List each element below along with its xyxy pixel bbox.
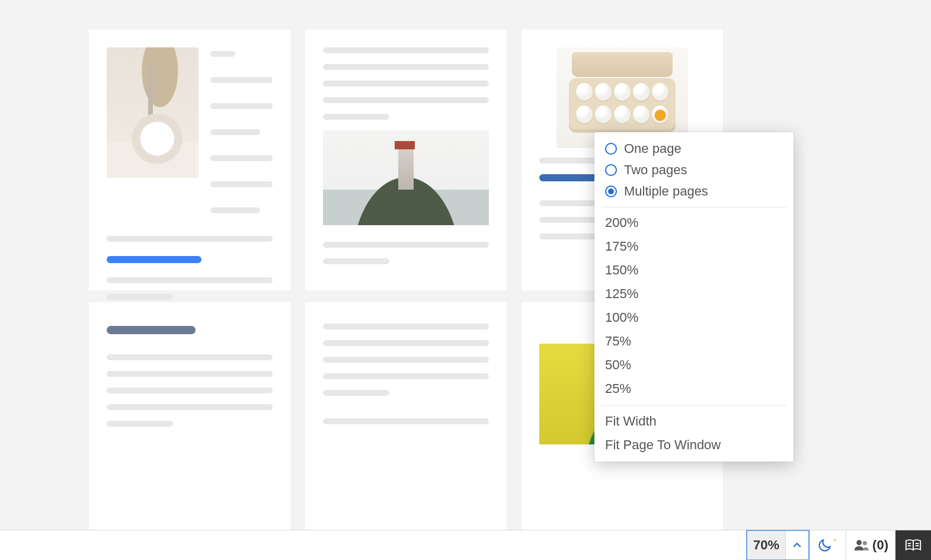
text-placeholder [210, 51, 235, 57]
radio-unselected-icon [605, 164, 617, 176]
menu-item-label: 75% [605, 334, 631, 349]
menu-item-label: Multiple pages [624, 184, 708, 199]
text-placeholder [323, 47, 489, 53]
menu-item-label: 125% [605, 286, 638, 302]
zoom-value[interactable]: 70% [747, 531, 785, 559]
text-placeholder [323, 357, 489, 363]
text-placeholder [323, 97, 489, 103]
text-placeholder [210, 129, 260, 135]
menu-item-label: 25% [605, 381, 631, 396]
zoom-menu-toggle[interactable] [785, 531, 808, 559]
page-thumbnail[interactable] [305, 30, 507, 290]
text-placeholder [107, 404, 273, 410]
svg-point-1 [863, 541, 867, 545]
menu-item-label: Fit Width [605, 414, 657, 429]
text-placeholder [323, 373, 489, 379]
book-open-icon [904, 538, 922, 552]
text-placeholder [107, 371, 273, 377]
chevron-up-icon [792, 540, 802, 551]
menu-item-label: 150% [605, 263, 638, 278]
status-bar: 70% (0) [0, 530, 931, 560]
page-image-lighthouse [323, 130, 489, 225]
menu-item-label: 200% [605, 215, 638, 231]
text-placeholder [323, 340, 489, 346]
text-placeholder [210, 181, 273, 187]
zoom-level-option[interactable]: 75% [594, 329, 794, 353]
page-thumbnail[interactable] [89, 302, 290, 530]
zoom-menu[interactable]: One pageTwo pagesMultiple pages 200%175%… [594, 132, 794, 462]
text-placeholder [323, 418, 489, 424]
reader-mode-button[interactable] [895, 530, 931, 560]
page-image-vase [107, 47, 199, 178]
menu-item-label: One page [624, 141, 682, 156]
subheading-placeholder [107, 326, 196, 334]
zoom-level-option[interactable]: 200% [594, 211, 794, 235]
moon-icon [817, 537, 833, 553]
zoom-level-option[interactable]: 175% [594, 235, 794, 258]
radio-selected-icon [605, 185, 617, 197]
page-thumbnail[interactable] [89, 30, 290, 290]
zoom-level-option[interactable]: 100% [594, 306, 794, 329]
radio-unselected-icon [605, 143, 617, 155]
text-placeholder [210, 77, 273, 83]
page-thumbnail[interactable] [305, 302, 507, 530]
text-placeholder [107, 421, 173, 427]
zoom-level-option[interactable]: 50% [594, 353, 794, 377]
text-placeholder [107, 294, 173, 300]
zoom-control[interactable]: 70% [746, 530, 810, 560]
menu-item-label: Two pages [624, 162, 687, 178]
text-placeholder [323, 81, 489, 87]
zoom-level-option[interactable]: 125% [594, 282, 794, 306]
users-icon [853, 538, 870, 552]
text-placeholder [210, 103, 273, 109]
page-mode-option[interactable]: Multiple pages [594, 181, 794, 202]
highlighted-text [107, 256, 201, 263]
text-placeholder [107, 277, 273, 283]
text-placeholder [323, 242, 489, 248]
fit-option[interactable]: Fit Page To Window [594, 433, 794, 457]
collaborators-button[interactable]: (0) [846, 530, 895, 560]
text-placeholder [323, 324, 489, 329]
menu-item-label: 50% [605, 357, 631, 373]
text-placeholder [323, 64, 489, 70]
text-placeholder [210, 155, 273, 161]
menu-separator [602, 405, 786, 406]
zoom-level-option[interactable]: 150% [594, 258, 794, 282]
collaborators-count: (0) [872, 537, 888, 553]
text-placeholder [323, 114, 389, 120]
menu-separator [602, 207, 786, 207]
svg-point-0 [856, 540, 862, 545]
page-mode-option[interactable]: One page [594, 138, 794, 159]
text-placeholder [210, 207, 260, 213]
text-placeholder [323, 258, 389, 264]
night-mode-button[interactable] [810, 530, 846, 560]
text-placeholder [107, 388, 273, 393]
menu-item-label: 175% [605, 239, 638, 254]
zoom-level-option[interactable]: 25% [594, 377, 794, 401]
menu-item-label: Fit Page To Window [605, 437, 721, 453]
sparkle-icon [831, 537, 839, 545]
menu-item-label: 100% [605, 310, 638, 325]
fit-option[interactable]: Fit Width [594, 409, 794, 433]
text-placeholder [107, 354, 273, 360]
text-placeholder [107, 236, 273, 242]
text-placeholder [323, 390, 389, 396]
page-mode-option[interactable]: Two pages [594, 159, 794, 181]
